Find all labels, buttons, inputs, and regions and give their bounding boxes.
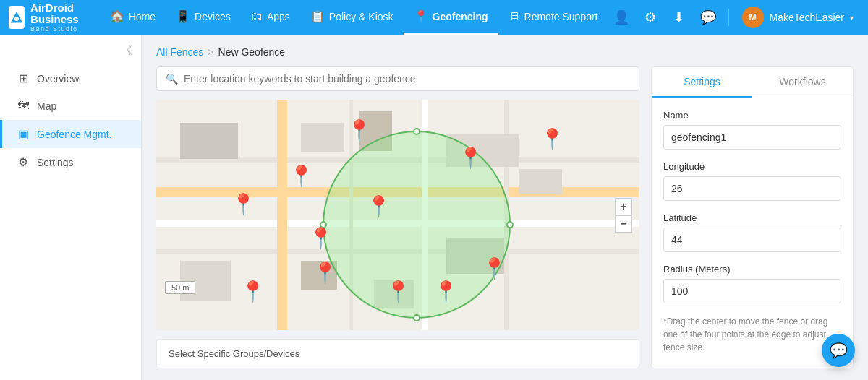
nav-apps-label: Apps [267, 11, 290, 22]
panel-body: Name Longitude Latitude Radius (Meters) [652, 98, 853, 366]
sidebar-collapse[interactable]: 《 [0, 40, 141, 64]
marker-3: 📍 [289, 164, 314, 188]
main-layout: 《 ⊞ Overview 🗺 Map ▣ Geofence Mgmt. ⚙ Se… [0, 35, 868, 380]
collapse-icon[interactable]: 《 [121, 43, 132, 59]
sidebar-item-overview[interactable]: ⊞ Overview [0, 64, 141, 92]
marker-7: 📍 [386, 280, 411, 303]
tab-workflows-label: Workflows [779, 76, 825, 87]
nav-policy[interactable]: 📋 Policy & Kiosk [300, 0, 404, 35]
sidebar-item-settings-label: Settings [37, 157, 74, 168]
map-panel: 🔍 [156, 66, 639, 368]
name-group: Name [663, 110, 841, 150]
longitude-input[interactable] [663, 176, 841, 201]
zoom-out-button[interactable]: − [615, 215, 632, 233]
nav-divider [728, 9, 729, 26]
handle-bottom[interactable] [413, 314, 420, 321]
logo-area[interactable]: AirDroid Business Band Studio [9, 2, 88, 33]
latitude-input[interactable] [663, 228, 841, 252]
name-input[interactable] [663, 125, 841, 150]
sidebar-item-map[interactable]: 🗺 Map [0, 92, 141, 120]
building-2 [301, 123, 344, 152]
top-navigation: AirDroid Business Band Studio 🏠 Home 📱 D… [0, 0, 868, 35]
tab-settings[interactable]: Settings [652, 67, 752, 98]
search-bar: 🔍 [156, 66, 639, 91]
marker-teal2: 📍 [482, 256, 507, 280]
sidebar: 《 ⊞ Overview 🗺 Map ▣ Geofence Mgmt. ⚙ Se… [0, 35, 142, 380]
marker-5: 📍 [308, 226, 333, 250]
nav-policy-label: Policy & Kiosk [329, 11, 393, 22]
marker-pink: 📍 [540, 127, 565, 151]
nav-remote[interactable]: 🖥 Remote Support [498, 0, 608, 35]
breadcrumb-separator: > [208, 46, 213, 58]
users-icon[interactable]: 👤 [608, 4, 634, 30]
user-name: MakeTechEasier [770, 12, 845, 23]
user-avatar: M [742, 7, 764, 28]
marker-8: 📍 [433, 280, 459, 303]
nav-apps[interactable]: 🗂 Apps [241, 0, 300, 35]
sidebar-item-map-label: Map [37, 100, 56, 112]
marker-2: 📍 [458, 146, 483, 170]
remote-icon: 🖥 [509, 10, 520, 23]
map-background: 📍 📍 📍 📍 📍 📍 📍 📍 📍 📍 📍 📍 [156, 100, 639, 330]
user-area[interactable]: M MakeTechEasier ▾ [736, 4, 860, 31]
nav-right: 👤 ⚙ ⬇ 💬 M MakeTechEasier ▾ [608, 4, 860, 31]
brand-sub: Band Studio [30, 26, 88, 33]
latitude-label: Latitude [663, 212, 841, 223]
search-icon: 🔍 [166, 73, 178, 85]
sidebar-settings-icon: ⚙ [17, 155, 30, 169]
settings-panel: Settings Workflows Name Longitude [651, 66, 854, 368]
nav-home[interactable]: 🏠 Home [100, 0, 166, 35]
tab-workflows[interactable]: Workflows [752, 67, 853, 98]
latitude-group: Latitude [663, 212, 841, 252]
breadcrumb: All Fences > New Geofence [156, 46, 854, 58]
road-v1 [277, 100, 287, 330]
chat-button[interactable]: 💬 [822, 334, 855, 367]
nav-geofencing-label: Geofencing [433, 11, 488, 22]
handle-right[interactable] [506, 221, 514, 228]
marker-4: 📍 [231, 192, 256, 216]
building-7 [519, 169, 562, 194]
nav-devices[interactable]: 📱 Devices [166, 0, 241, 35]
sidebar-item-settings[interactable]: ⚙ Settings [0, 148, 141, 176]
marker-1: 📍 [346, 118, 372, 142]
name-label: Name [663, 110, 841, 121]
sidebar-item-overview-label: Overview [37, 73, 79, 85]
zoom-controls: + − [615, 198, 632, 233]
zoom-in-button[interactable]: + [615, 198, 632, 215]
handle-top[interactable] [413, 128, 420, 135]
breadcrumb-current: New Geofence [218, 46, 286, 58]
brand-name: AirDroid Business [30, 2, 88, 26]
apps-icon: 🗂 [251, 10, 263, 23]
download-icon[interactable]: ⬇ [666, 4, 692, 30]
sidebar-item-geofence-mgmt[interactable]: ▣ Geofence Mgmt. [0, 120, 141, 148]
radius-input[interactable] [663, 279, 841, 303]
devices-icon: 📱 [176, 9, 190, 23]
center-marker[interactable]: 📍 [366, 194, 391, 218]
home-icon: 🏠 [110, 9, 124, 23]
scale-label: 50 m [171, 283, 189, 292]
marker-orange: 📍 [240, 280, 265, 303]
radius-group: Radius (Meters) [663, 264, 841, 303]
content-area: All Fences > New Geofence 🔍 [142, 35, 868, 380]
panel-tabs: Settings Workflows [652, 67, 853, 98]
sidebar-item-geofence-label: Geofence Mgmt. [37, 129, 112, 140]
map-container[interactable]: 📍 📍 📍 📍 📍 📍 📍 📍 📍 📍 📍 📍 [156, 100, 639, 330]
location-search-input[interactable] [184, 73, 630, 85]
marker-6: 📍 [312, 261, 338, 285]
nav-devices-label: Devices [195, 11, 231, 22]
longitude-label: Longitude [663, 161, 841, 172]
policy-icon: 📋 [310, 9, 325, 23]
tab-settings-label: Settings [684, 76, 720, 87]
logo-text: AirDroid Business Band Studio [30, 2, 88, 33]
nav-remote-label: Remote Support [524, 11, 598, 22]
map-icon: 🗺 [17, 100, 30, 113]
settings-icon[interactable]: ⚙ [637, 4, 663, 30]
chat-icon[interactable]: 💬 [695, 4, 721, 30]
logo-icon [9, 6, 25, 29]
breadcrumb-link[interactable]: All Fences [156, 46, 203, 58]
nav-geofencing[interactable]: 📍 Geofencing [404, 0, 498, 35]
svg-point-0 [14, 17, 19, 21]
overview-icon: ⊞ [17, 72, 30, 85]
chevron-down-icon: ▾ [850, 14, 854, 22]
geofence-icon: ▣ [17, 127, 30, 141]
